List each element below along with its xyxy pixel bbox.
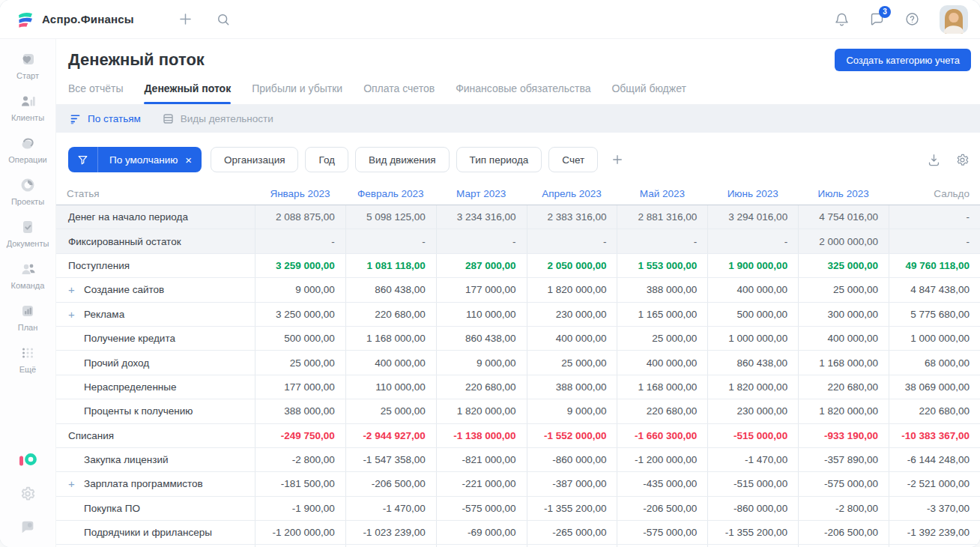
sidebar-item-more[interactable]: Ещё	[7, 345, 49, 374]
avatar[interactable]	[940, 5, 968, 34]
tab[interactable]: Оплата счетов	[363, 82, 435, 104]
sidebar-item-plan[interactable]: План	[7, 303, 49, 332]
month-cell: 230 000,00	[707, 399, 798, 423]
expand-icon[interactable]: +	[68, 284, 84, 295]
tab[interactable]: Прибыли и убытки	[252, 82, 342, 104]
month-cell: 25 000,00	[255, 351, 345, 374]
saldo-cell: -3 370,00	[889, 497, 980, 520]
clear-filter-icon[interactable]: ×	[184, 147, 202, 172]
subtab-activity-types[interactable]: Виды деятельности	[162, 112, 273, 125]
sidebar-item-clients[interactable]: Клиенты	[7, 93, 49, 122]
table-row[interactable]: Подрядчики и фрилансеры-1 200 000,00-1 0…	[56, 521, 980, 545]
active-filter-chip[interactable]: По умолчанию ×	[68, 147, 202, 172]
row-label: Нераспределенные	[84, 381, 177, 393]
month-cell: -	[707, 229, 798, 253]
table-row[interactable]: +Реклама3 250 000,00220 680,00110 000,00…	[56, 303, 980, 327]
table-row[interactable]: +Зарплата программистов-181 500,00-206 5…	[56, 472, 980, 496]
table-row[interactable]: Нераспределенные177 000,00110 000,00220 …	[56, 375, 980, 399]
start-icon	[19, 51, 36, 67]
row-label-cell: Списания	[56, 424, 255, 447]
sidebar-item-label: Команда	[11, 281, 45, 290]
month-cell: -860 000,00	[707, 497, 798, 520]
filter-chip[interactable]: Тип периода	[456, 147, 542, 172]
table-row[interactable]: Фиксированный остаток------2 000 000,00-	[56, 229, 980, 253]
column-month[interactable]: Февраль 2023	[345, 188, 436, 199]
notifications-icon[interactable]	[834, 11, 850, 27]
sidebar-item-label: План	[18, 323, 38, 332]
month-cell: -435 000,00	[617, 472, 707, 495]
table-row[interactable]: Поступления3 259 000,001 081 118,00287 0…	[56, 254, 980, 278]
filter-chip[interactable]: Год	[305, 147, 348, 172]
create-category-button[interactable]: Создать категорию учета	[835, 49, 971, 71]
sidebar-item-label: Клиенты	[11, 113, 44, 122]
expand-icon[interactable]: +	[68, 309, 84, 320]
subtab-by-articles[interactable]: По статьям	[69, 112, 141, 125]
view-switcher: По статьямВиды деятельности	[56, 104, 980, 133]
filter-chip[interactable]: Вид движения	[355, 147, 450, 172]
download-icon[interactable]	[927, 153, 941, 167]
expand-icon[interactable]: +	[68, 478, 84, 489]
search-icon[interactable]	[216, 12, 231, 27]
sidebar-item-label: Ещё	[19, 365, 37, 374]
operations-icon	[19, 135, 36, 151]
filter-chip[interactable]: Счет	[548, 147, 598, 172]
brand-name: Аспро.Финансы	[42, 13, 134, 25]
messages-badge: 3	[879, 6, 891, 18]
sidebar-item-operations[interactable]: Операции	[7, 135, 49, 164]
tab[interactable]: Общий бюджет	[611, 82, 686, 104]
column-month[interactable]: Январь 2023	[255, 188, 345, 199]
column-month[interactable]: Март 2023	[436, 188, 527, 199]
row-label: Зарплата программистов	[84, 478, 203, 489]
table-settings-icon[interactable]	[955, 153, 970, 167]
month-cell: -1 200 000,00	[617, 448, 707, 471]
help-icon[interactable]	[904, 11, 920, 27]
sidebar-item-team[interactable]: Команда	[7, 261, 49, 290]
month-cell: -1 355 200,00	[707, 521, 798, 544]
month-cell: 9 000,00	[527, 399, 617, 423]
tab[interactable]: Денежный поток	[144, 82, 231, 104]
column-month[interactable]: Май 2023	[617, 188, 707, 199]
row-label-cell: Денег на начало периода	[56, 205, 255, 229]
month-cell: 1 820 000,00	[707, 375, 798, 399]
table-row[interactable]: Прочий доход25 000,00400 000,009 000,002…	[56, 351, 980, 375]
row-label: Подрядчики и фрилансеры	[84, 527, 212, 538]
row-label-cell: Фиксированный остаток	[56, 229, 255, 253]
sidebar-item-documents[interactable]: Документы	[7, 219, 49, 248]
aspro-logo-icon[interactable]	[18, 451, 38, 469]
month-cell: 1 820 000,00	[527, 278, 617, 301]
sidebar-item-label: Документы	[7, 239, 49, 248]
row-label: Фиксированный остаток	[68, 236, 181, 247]
table-row[interactable]: Списания-249 750,00-2 944 927,00-1 138 0…	[56, 424, 980, 448]
table-row[interactable]: Покупка ПО-1 900,00-1 470,00-575 000,00-…	[56, 497, 980, 521]
sidebar-item-start[interactable]: Старт	[7, 51, 49, 80]
row-label-cell: Прочий доход	[56, 351, 255, 374]
saldo-cell: 220 680,00	[889, 399, 980, 423]
month-cell: 388 000,00	[255, 399, 345, 423]
brand[interactable]: Аспро.Финансы	[16, 10, 134, 28]
saldo-cell: 38 069 000,00	[889, 375, 980, 399]
quick-add-icon[interactable]	[178, 11, 193, 27]
sidebar-item-projects[interactable]: Проекты	[7, 177, 49, 206]
messages-icon[interactable]: 3	[869, 11, 885, 27]
table-row[interactable]: Проценты к получению388 000,0025 000,001…	[56, 399, 980, 423]
table-row[interactable]: +Создание сайтов9 000,00860 438,00177 00…	[56, 278, 980, 302]
settings-icon[interactable]	[19, 486, 36, 502]
filter-chip[interactable]: Организация	[211, 147, 298, 172]
month-cell: 220 680,00	[798, 375, 889, 399]
add-filter-icon[interactable]	[611, 153, 624, 166]
column-month[interactable]: Июль 2023	[798, 188, 889, 199]
month-cell: -1 138 000,00	[436, 424, 527, 447]
month-cell: -1 552 000,00	[527, 424, 617, 447]
month-cell: -1 660 300,00	[617, 424, 707, 447]
column-month[interactable]: Апрель 2023	[527, 188, 617, 199]
month-cell: -206 500,00	[617, 497, 707, 520]
column-month[interactable]: Июнь 2023	[707, 188, 798, 199]
row-label: Списания	[68, 430, 114, 441]
table-row[interactable]: Денег на начало периода2 088 875,005 098…	[56, 205, 980, 229]
support-chat-icon[interactable]	[19, 519, 36, 535]
table-row[interactable]: Закупка лицензий-2 800,00-1 547 358,00-8…	[56, 448, 980, 472]
month-cell: 220 680,00	[345, 303, 436, 326]
table-row[interactable]: Получение кредита500 000,001 168 000,008…	[56, 327, 980, 351]
tab[interactable]: Финансовые обязательства	[456, 82, 590, 104]
tab[interactable]: Все отчёты	[68, 82, 123, 104]
